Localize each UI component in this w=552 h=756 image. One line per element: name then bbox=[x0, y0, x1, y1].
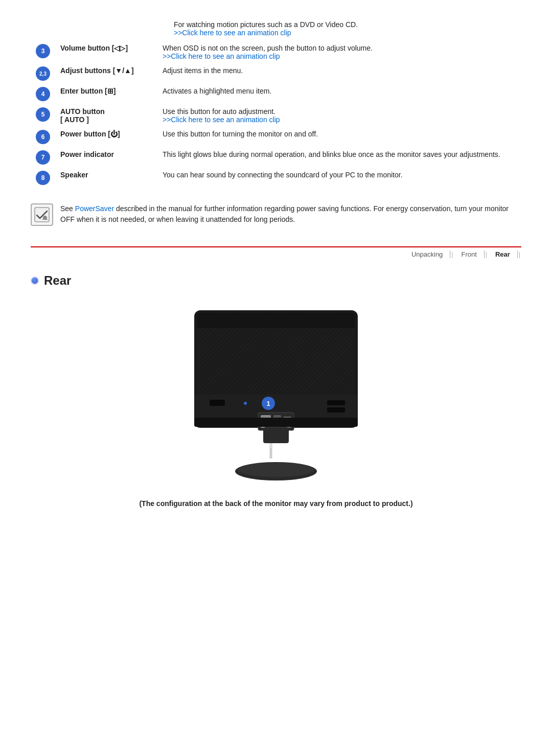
table-row: 5 AUTO button[ AUTO ] Use this button fo… bbox=[31, 104, 521, 127]
table-row: 4 Enter button [⊞] Activates a highlight… bbox=[31, 84, 521, 104]
item-description: Use this button for turning the monitor … bbox=[157, 127, 521, 147]
badge-cell: 5 bbox=[31, 104, 55, 127]
badge-cell: 3 bbox=[31, 41, 55, 63]
item-label: Enter button [⊞] bbox=[55, 84, 157, 104]
table-row: 6 Power button [⏻] Use this button for t… bbox=[31, 127, 521, 147]
svg-point-19 bbox=[238, 463, 314, 477]
monitor-caption: (The configuration at the back of the mo… bbox=[31, 499, 521, 508]
svg-rect-5 bbox=[197, 313, 355, 328]
table-row: 2,3 Adjust buttons [▼/▲] Adjust items in… bbox=[31, 63, 521, 84]
intro-description: For watching motion pictures such as a D… bbox=[174, 20, 358, 29]
item-description: This light glows blue during normal oper… bbox=[157, 147, 521, 168]
item-description: You can hear sound by connecting the sou… bbox=[157, 168, 521, 188]
monitor-rear-image: 1 bbox=[179, 300, 373, 484]
note-box: See PowerSaver described in the manual f… bbox=[31, 203, 521, 226]
section-dot-icon bbox=[31, 277, 39, 285]
intro-text: For watching motion pictures such as a D… bbox=[174, 20, 521, 37]
svg-rect-22 bbox=[327, 407, 345, 413]
item-description: Use this button for auto adjustment. >>C… bbox=[157, 104, 521, 127]
checkmark-person-icon bbox=[34, 207, 50, 223]
nav-item-unpacking[interactable]: Unpacking bbox=[404, 250, 450, 258]
item-badge: 3 bbox=[36, 44, 50, 58]
nav-item-rear[interactable]: Rear bbox=[488, 250, 518, 258]
nav-item-front[interactable]: Front bbox=[454, 250, 484, 258]
table-row: 7 Power indicator This light glows blue … bbox=[31, 147, 521, 168]
powersaver-link[interactable]: PowerSaver bbox=[75, 204, 114, 213]
svg-point-23 bbox=[244, 402, 247, 405]
item-label: Speaker bbox=[55, 168, 157, 188]
svg-rect-17 bbox=[263, 428, 289, 443]
item-label: Volume button [◁▷] bbox=[55, 41, 157, 63]
item-label: Power indicator bbox=[55, 147, 157, 168]
item-label: Adjust buttons [▼/▲] bbox=[55, 63, 157, 84]
item-badge: 7 bbox=[36, 150, 50, 165]
item-badge: 5 bbox=[36, 107, 50, 122]
item-badge: 2,3 bbox=[36, 66, 50, 81]
intro-animation-link[interactable]: >>Click here to see an animation clip bbox=[174, 29, 291, 37]
svg-rect-21 bbox=[327, 400, 345, 405]
animation-link[interactable]: >>Click here to see an animation clip bbox=[163, 116, 280, 124]
note-text: See PowerSaver described in the manual f… bbox=[60, 203, 521, 225]
badge-cell: 4 bbox=[31, 84, 55, 104]
table-row: 8 Speaker You can hear sound by connecti… bbox=[31, 168, 521, 188]
rear-section-header: Rear bbox=[31, 273, 521, 288]
table-row: 3 Volume button [◁▷] When OSD is not on … bbox=[31, 41, 521, 63]
item-badge: 8 bbox=[36, 171, 50, 185]
nav-bar: Unpacking | Front | Rear | bbox=[31, 246, 521, 258]
features-table: 3 Volume button [◁▷] When OSD is not on … bbox=[31, 41, 521, 188]
badge-cell: 8 bbox=[31, 168, 55, 188]
svg-point-24 bbox=[300, 402, 303, 405]
monitor-image-container: 1 bbox=[31, 300, 521, 484]
badge-cell: 2,3 bbox=[31, 63, 55, 84]
svg-text:1: 1 bbox=[266, 400, 270, 407]
item-badge: 4 bbox=[36, 87, 50, 101]
svg-rect-7 bbox=[210, 400, 225, 406]
item-description: When OSD is not on the screen, push the … bbox=[157, 41, 521, 63]
item-label: AUTO button[ AUTO ] bbox=[55, 104, 157, 127]
item-badge: 6 bbox=[36, 130, 50, 144]
item-description: Adjust items in the menu. bbox=[157, 63, 521, 84]
animation-link[interactable]: >>Click here to see an animation clip bbox=[163, 52, 280, 60]
svg-rect-20 bbox=[194, 418, 358, 427]
note-icon bbox=[31, 203, 53, 226]
badge-cell: 7 bbox=[31, 147, 55, 168]
badge-cell: 6 bbox=[31, 127, 55, 147]
section-title: Rear bbox=[44, 273, 71, 288]
item-label: Power button [⏻] bbox=[55, 127, 157, 147]
item-description: Activates a highlighted menu item. bbox=[157, 84, 521, 104]
